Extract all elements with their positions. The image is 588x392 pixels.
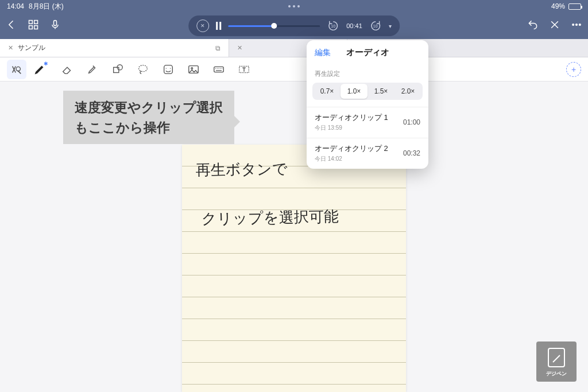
annotation-callout: 速度変更やクリップ選択 もここから操作 [63,91,234,144]
audio-player: ✕ 10 00:41 10 ▾ [188,15,400,36]
grid-icon[interactable] [28,19,39,33]
chevron-down-icon[interactable]: ▾ [389,23,392,29]
battery-icon [568,3,581,10]
watermark: デジペン [536,341,577,382]
nav-bar: ✕ 10 00:41 10 ▾ [0,13,588,39]
svg-point-12 [139,65,148,71]
textbox-tool[interactable] [234,60,254,79]
eraser-tool[interactable] [57,60,77,79]
svg-rect-2 [34,21,38,24]
svg-point-15 [191,67,193,69]
mic-icon[interactable] [49,19,61,33]
audio-clip-row[interactable]: オーディオクリップ 1 今日 13:59 01:00 [307,107,428,138]
sticker-tool[interactable] [158,60,178,79]
battery-pct: 49% [551,2,565,10]
status-time: 14:04 [7,2,24,10]
pen-tool[interactable]: ✱ [32,60,52,79]
svg-rect-4 [34,26,38,29]
edit-button[interactable]: 編集 [315,48,331,58]
speed-option[interactable]: 1.0× [341,84,368,99]
section-label: 再生設定 [307,65,428,80]
image-tool[interactable] [184,60,203,79]
close-player-button[interactable]: ✕ [196,20,209,32]
speed-option[interactable]: 2.0× [394,84,421,99]
tab-sample[interactable]: ✕ サンプル ⧉ [0,39,229,57]
clip-date: 今日 13:59 [315,124,403,132]
status-date: 8月8日 (木) [29,2,64,11]
handwriting-line: クリップを選択可能 [202,207,339,229]
play-time: 00:41 [346,22,362,29]
multitask-dots[interactable] [0,5,588,7]
keyboard-tool[interactable] [209,60,229,79]
svg-rect-13 [164,65,173,73]
more-icon[interactable] [571,19,582,33]
clip-name: オーディオクリップ 1 [315,113,403,123]
status-bar: 14:04 8月8日 (木) 49% [0,0,588,13]
undo-button[interactable] [527,19,539,33]
svg-rect-18 [548,348,564,367]
clip-duration: 00:32 [403,149,420,157]
audio-clip-row[interactable]: オーディオクリップ 2 今日 14:02 00:32 [307,138,428,169]
popover-title: オーディオ [331,47,420,58]
highlighter-tool[interactable] [83,60,102,79]
svg-rect-16 [214,67,224,72]
zoom-tool[interactable] [7,60,26,79]
progress-slider[interactable] [228,25,320,27]
skip-forward-button[interactable]: 10 [369,20,382,32]
handwriting-line: 再生ボタンで [196,159,288,181]
tab-strip: ✕ サンプル ⧉ ✕ [0,39,588,57]
shape-tool[interactable] [108,60,127,79]
clip-duration: 01:00 [403,118,420,126]
clip-date: 今日 14:02 [315,155,403,163]
toolbar: ✱ + [0,57,588,81]
speed-segmented[interactable]: 0.7× 1.0× 1.5× 2.0× [312,83,423,100]
svg-point-8 [579,24,581,26]
tab-label: サンプル [18,43,45,53]
back-button[interactable] [6,19,17,33]
speed-option[interactable]: 0.7× [314,84,341,99]
svg-point-6 [572,24,574,26]
svg-point-7 [576,24,578,26]
close-tab-icon[interactable]: ✕ [8,44,13,52]
close-button[interactable] [549,19,560,33]
svg-rect-3 [29,26,33,29]
tab-action-icon[interactable]: ⧉ [215,44,220,52]
speed-option[interactable]: 1.5× [368,84,394,99]
audio-popover: 編集 オーディオ 再生設定 0.7× 1.0× 1.5× 2.0× オーディオク… [307,40,428,169]
note-page[interactable]: 再生ボタンで クリップを選択可能 [182,145,406,392]
skip-back-button[interactable]: 10 [327,20,339,32]
svg-rect-5 [54,21,57,26]
add-page-button[interactable]: + [566,62,581,77]
svg-rect-1 [29,21,33,24]
clip-name: オーディオクリップ 2 [315,144,403,154]
pause-button[interactable] [216,22,221,30]
lasso-tool[interactable] [133,60,153,79]
svg-rect-10 [114,67,119,72]
close-tab-icon[interactable]: ✕ [237,44,242,52]
